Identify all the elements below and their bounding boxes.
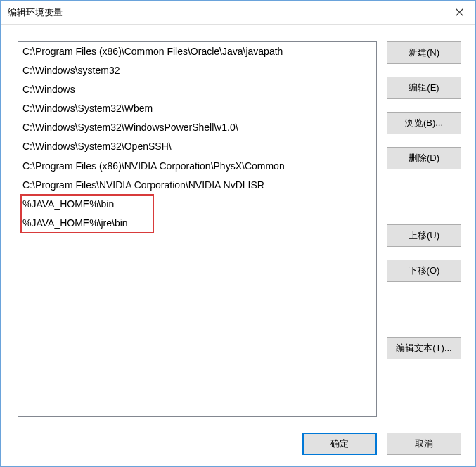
button-group-text: 编辑文本(T)... [387, 337, 461, 359]
list-item[interactable]: C:\Program Files\NVIDIA Corporation\NVID… [18, 176, 376, 195]
titlebar: 编辑环境变量 [1, 1, 475, 25]
dialog-window: 编辑环境变量 C:\Program Files (x86)\Common Fil… [0, 0, 476, 467]
window-title: 编辑环境变量 [8, 6, 63, 19]
close-icon[interactable] [443, 1, 475, 24]
list-item[interactable]: %JAVA_HOME%\jre\bin [18, 214, 376, 233]
spacer [387, 182, 461, 212]
cancel-button[interactable]: 取消 [387, 433, 461, 455]
edittext-button[interactable]: 编辑文本(T)... [387, 337, 461, 359]
content-area: C:\Program Files (x86)\Common Files\Orac… [1, 25, 475, 426]
movedown-button[interactable]: 下移(O) [387, 260, 461, 282]
delete-button[interactable]: 删除(D) [387, 147, 461, 169]
button-group-top: 新建(N) 编辑(E) 浏览(B)... 删除(D) [387, 41, 461, 169]
spacer [387, 295, 461, 324]
footer: 确定 取消 [1, 426, 475, 466]
list-item[interactable]: C:\Windows\system32 [18, 61, 376, 80]
side-buttons: 新建(N) 编辑(E) 浏览(B)... 删除(D) 上移(U) 下移(O) 编… [387, 41, 461, 417]
list-item[interactable]: C:\Windows\System32\OpenSSH\ [18, 137, 376, 156]
new-button[interactable]: 新建(N) [387, 41, 461, 64]
moveup-button[interactable]: 上移(U) [387, 224, 461, 247]
browse-button[interactable]: 浏览(B)... [387, 112, 461, 134]
list-item[interactable]: %JAVA_HOME%\bin [18, 195, 376, 214]
list-item[interactable]: C:\Windows\System32\WindowsPowerShell\v1… [18, 118, 376, 137]
list-item[interactable]: C:\Program Files (x86)\NVIDIA Corporatio… [18, 157, 376, 176]
button-group-move: 上移(U) 下移(O) [387, 224, 461, 282]
ok-button[interactable]: 确定 [302, 433, 377, 455]
list-item[interactable]: C:\Windows [18, 80, 376, 99]
list-item[interactable]: C:\Program Files (x86)\Common Files\Orac… [18, 42, 376, 61]
path-listbox[interactable]: C:\Program Files (x86)\Common Files\Orac… [18, 41, 377, 417]
edit-button[interactable]: 编辑(E) [387, 77, 461, 99]
list-item[interactable]: C:\Windows\System32\Wbem [18, 99, 376, 118]
